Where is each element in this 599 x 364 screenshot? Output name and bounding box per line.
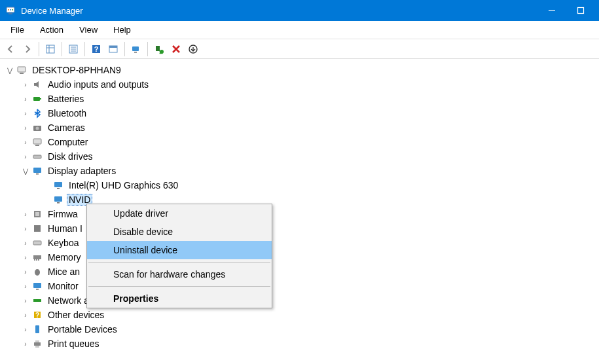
svg-rect-32 [33,168,41,173]
tree-label: Audio inputs and outputs [46,79,151,90]
tree-item-disk[interactable]: › Disk drives [3,149,596,164]
tree-item-computer[interactable]: › Computer [3,135,596,149]
disable-device-button[interactable] [168,41,184,57]
svg-rect-33 [36,173,39,175]
disk-icon [31,151,43,162]
bluetooth-icon [31,107,43,119]
minimize-button[interactable] [547,5,557,16]
chevron-right-icon[interactable]: › [21,312,30,319]
context-uninstall-device[interactable]: Uninstall device [87,241,272,259]
svg-rect-20 [156,46,160,51]
help-button[interactable]: ? [88,41,104,57]
forward-button[interactable] [20,41,35,57]
tree-item-cameras[interactable]: › Cameras [3,120,596,135]
chevron-right-icon[interactable]: › [21,124,30,132]
chevron-right-icon[interactable]: › [21,96,30,103]
menu-action[interactable]: Action [32,22,71,37]
chevron-right-icon[interactable]: › [21,254,30,261]
firmware-icon [31,208,43,220]
svg-rect-48 [36,289,39,290]
tree-label: Mice an [46,266,82,278]
update-driver-button[interactable] [185,41,201,57]
svg-rect-19 [134,52,137,53]
portable-device-icon [31,323,43,335]
tree-label: Intel(R) UHD Graphics 630 [67,179,180,191]
chevron-right-icon[interactable]: › [21,240,30,247]
display-icon [52,194,64,206]
svg-rect-42 [33,255,41,259]
chevron-right-icon[interactable]: › [21,340,30,348]
tree-label: Other devices [46,309,106,321]
tree-label: Cameras [46,122,87,134]
svg-rect-6 [578,8,584,14]
svg-rect-29 [33,139,41,144]
svg-rect-43 [34,259,35,261]
svg-rect-26 [40,98,41,100]
action-button[interactable] [105,41,121,57]
context-disable-device[interactable]: Disable device [87,223,272,241]
svg-rect-34 [54,182,62,187]
tree-item-portable[interactable]: › Portable Devices [3,322,596,337]
chevron-right-icon[interactable]: › [21,297,30,304]
toolbar-separator [147,42,148,56]
svg-rect-47 [33,283,41,288]
tree-label: Human I [46,223,84,234]
svg-rect-35 [57,188,60,189]
tree-item-audio[interactable]: › Audio inputs and outputs [3,77,596,92]
svg-point-4 [12,9,13,10]
context-separator [88,262,270,263]
svg-rect-52 [35,325,39,333]
tree-item-print[interactable]: › Print queues [3,337,596,351]
display-icon [31,165,43,177]
svg-rect-25 [33,97,40,101]
toolbar-separator [84,42,85,56]
tree-item-display[interactable]: ⋁ Display adapters [3,164,596,178]
chevron-down-icon[interactable]: ⋁ [5,67,14,74]
context-update-driver[interactable]: Update driver [87,204,272,223]
svg-rect-1 [9,13,12,14]
menu-view[interactable]: View [71,22,105,37]
chevron-right-icon[interactable]: › [21,283,30,290]
show-hide-tree-button[interactable] [43,41,58,57]
computer-icon [31,136,43,148]
tree-item-batteries[interactable]: › Batteries [3,92,596,106]
menu-help[interactable]: Help [105,22,139,37]
svg-rect-17 [109,46,117,48]
enable-device-button[interactable] [151,41,167,57]
scan-hardware-button[interactable] [128,41,144,57]
svg-rect-44 [36,259,37,261]
chevron-right-icon[interactable]: › [21,153,30,160]
context-properties[interactable]: Properties [87,289,272,308]
tree-label: Disk drives [46,151,94,162]
chevron-right-icon[interactable]: › [21,139,30,146]
display-icon [52,179,64,191]
chevron-right-icon[interactable]: › [21,110,30,117]
memory-icon [31,251,43,263]
tree-label: Monitor [46,280,81,292]
chevron-down-icon[interactable]: ⋁ [21,168,30,175]
svg-text:?: ? [94,45,99,53]
tree-label: Memory [46,251,83,263]
chevron-right-icon[interactable]: › [21,81,30,88]
tree-label: Bluetooth [46,107,88,119]
tree-item-other[interactable]: › ? Other devices [3,308,596,322]
tree-item-intel-graphics[interactable]: Intel(R) UHD Graphics 630 [3,178,596,192]
context-scan-hardware[interactable]: Scan for hardware changes [87,265,272,283]
computer-icon [16,64,27,76]
svg-rect-37 [57,202,60,204]
svg-rect-55 [35,346,39,348]
tree-label: Display adapters [46,165,118,177]
properties-button[interactable] [65,41,81,57]
tree-item-bluetooth[interactable]: › Bluetooth [3,106,596,120]
chevron-right-icon[interactable]: › [21,225,30,232]
back-button[interactable] [3,41,18,57]
svg-rect-23 [18,67,26,72]
chevron-right-icon[interactable]: › [21,326,30,333]
tree-root[interactable]: ⋁ DESKTOP-8PHHAN9 [3,63,596,77]
svg-point-46 [35,269,40,276]
chevron-right-icon[interactable]: › [21,268,30,276]
chevron-right-icon[interactable]: › [21,211,30,218]
menu-file[interactable]: File [3,22,32,37]
hid-icon [31,223,43,234]
maximize-button[interactable] [575,5,586,16]
